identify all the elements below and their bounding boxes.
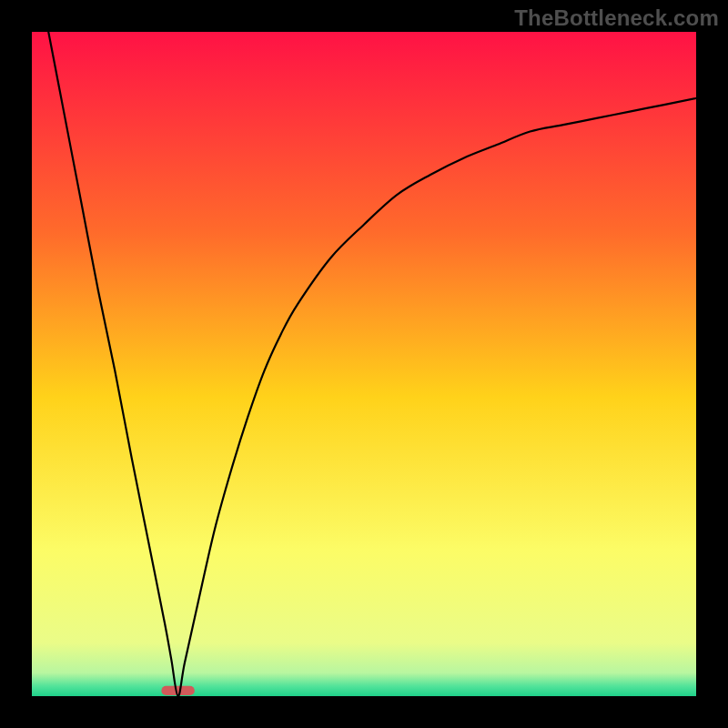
chart-frame: TheBottleneck.com bbox=[0, 0, 728, 728]
bottom-marker bbox=[161, 686, 195, 695]
watermark-text: TheBottleneck.com bbox=[514, 5, 719, 31]
plot-background bbox=[32, 32, 696, 696]
chart-svg bbox=[32, 32, 696, 696]
plot-area bbox=[32, 32, 696, 696]
